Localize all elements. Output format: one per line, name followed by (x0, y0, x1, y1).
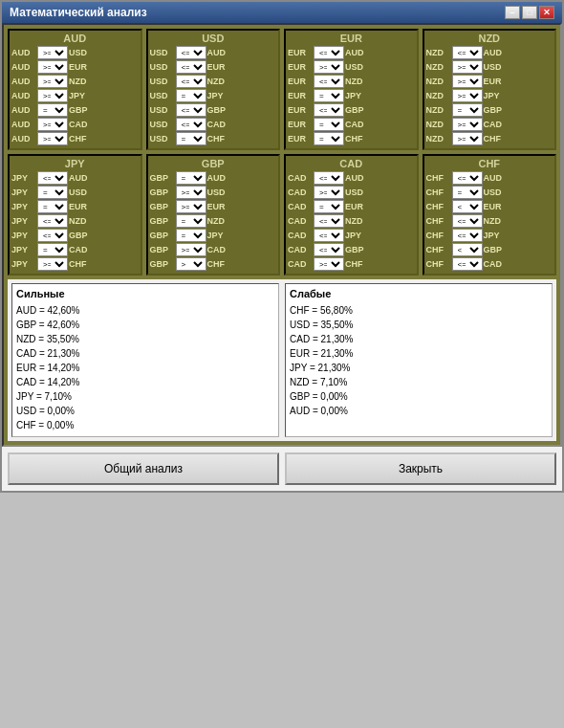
right-currency: USD (345, 188, 368, 197)
operator-select[interactable]: <=>==<> (452, 103, 483, 117)
right-currency: AUD (484, 48, 507, 57)
group-chf: CHFCHF<=>==<>AUDCHF<=>==<>USDCHF<=>==<>E… (423, 154, 557, 276)
operator-select[interactable]: <=>==<> (452, 75, 483, 88)
left-currency: USD (150, 62, 175, 72)
operator-select[interactable]: <=>==<> (176, 89, 206, 102)
operator-select[interactable]: <=>==<> (37, 200, 68, 213)
pair-row: CAD<=>==<>USD (288, 186, 415, 199)
pair-row: JPY<=>==<>CAD (11, 243, 139, 256)
title-bar: Математический анализ – □ ✕ (2, 2, 562, 23)
operator-select[interactable]: <=>==<> (37, 46, 68, 59)
operator-select[interactable]: <=>==<> (452, 60, 483, 74)
operator-select[interactable]: <=>==<> (452, 89, 483, 102)
operator-select[interactable]: <=>==<> (452, 132, 483, 145)
operator-select[interactable]: <=>==<> (452, 171, 483, 185)
operator-select[interactable]: <=>==<> (452, 229, 483, 242)
operator-select[interactable]: <=>==<> (37, 118, 68, 131)
strong-item: CAD = 21,30% (16, 346, 274, 361)
operator-select[interactable]: <=>==<> (314, 186, 344, 199)
right-currency: CAD (69, 245, 92, 254)
operator-select[interactable]: <=>==<> (452, 186, 483, 199)
right-currency: NZD (69, 216, 92, 226)
operator-select[interactable]: <=>==<> (452, 46, 483, 59)
operator-select[interactable]: <=>==<> (314, 214, 344, 228)
operator-select[interactable]: <=>==<> (314, 103, 344, 117)
main-window: Математический анализ – □ ✕ AUDAUD<=>==<… (0, 0, 564, 493)
right-currency: GBP (484, 105, 507, 115)
operator-select[interactable]: <=>==<> (314, 60, 344, 74)
operator-select[interactable]: <=>==<> (37, 75, 68, 88)
operator-select[interactable]: <=>==<> (176, 132, 206, 145)
general-analysis-button[interactable]: Общий анализ (8, 452, 279, 485)
close-window-button[interactable]: ✕ (539, 6, 554, 19)
operator-select[interactable]: <=>==<> (176, 103, 206, 117)
right-currency: NZD (484, 216, 507, 226)
weak-item: EUR = 21,30% (290, 346, 548, 361)
operator-select[interactable]: <=>==<> (314, 75, 344, 88)
right-currency: CAD (207, 120, 230, 129)
operator-select[interactable]: <=>==<> (314, 89, 344, 102)
close-button[interactable]: Закрыть (285, 452, 556, 485)
operator-select[interactable]: <=>==<> (176, 186, 206, 199)
pair-row: NZD<=>==<>EUR (426, 75, 553, 88)
operator-select[interactable]: <=>==<> (452, 200, 483, 213)
operator-select[interactable]: <=>==<> (314, 46, 344, 59)
left-currency: AUD (11, 62, 36, 72)
operator-select[interactable]: <=>==<> (176, 60, 206, 74)
left-currency: GBP (150, 259, 175, 269)
pair-row: EUR<=>==<>NZD (288, 75, 415, 88)
operator-select[interactable]: <=>==<> (176, 214, 206, 228)
operator-select[interactable]: <=>==<> (452, 118, 483, 131)
operator-select[interactable]: <=>==<> (37, 214, 68, 228)
right-currency: AUD (484, 173, 507, 183)
pair-row: JPY<=>==<>EUR (11, 200, 139, 213)
operator-select[interactable]: <=>==<> (452, 214, 483, 228)
operator-select[interactable]: <=>==<> (37, 60, 68, 74)
left-currency: EUR (288, 48, 313, 57)
operator-select[interactable]: <=>==<> (314, 132, 344, 145)
operator-select[interactable]: <=>==<> (314, 200, 344, 213)
maximize-button[interactable]: □ (522, 6, 537, 19)
operator-select[interactable]: <=>==<> (37, 186, 68, 199)
operator-select[interactable]: <=>==<> (314, 118, 344, 131)
operator-select[interactable]: <=>==<> (176, 257, 206, 271)
footer-buttons: Общий анализ Закрыть (2, 452, 562, 491)
operator-select[interactable]: <=>==<> (452, 257, 483, 271)
right-currency: EUR (69, 202, 92, 211)
operator-select[interactable]: <=>==<> (37, 229, 68, 242)
left-currency: EUR (288, 77, 313, 86)
pair-row: EUR<=>==<>CHF (288, 132, 415, 145)
weak-item: NZD = 7,10% (290, 375, 548, 389)
pair-row: CHF<=>==<>NZD (426, 214, 553, 228)
right-currency: JPY (207, 91, 230, 100)
operator-select[interactable]: <=>==<> (176, 243, 206, 256)
minimize-button[interactable]: – (505, 6, 520, 19)
pair-row: GBP<=>==<>AUD (150, 171, 277, 185)
weak-item: USD = 35,50% (290, 318, 548, 332)
operator-select[interactable]: <=>==<> (314, 229, 344, 242)
right-currency: JPY (207, 231, 230, 240)
operator-select[interactable]: <=>==<> (37, 171, 68, 185)
operator-select[interactable]: <=>==<> (37, 243, 68, 256)
operator-select[interactable]: <=>==<> (37, 89, 68, 102)
operator-select[interactable]: <=>==<> (314, 257, 344, 271)
left-currency: AUD (11, 91, 36, 100)
operator-select[interactable]: <=>==<> (176, 171, 206, 185)
operator-select[interactable]: <=>==<> (37, 257, 68, 271)
operator-select[interactable]: <=>==<> (452, 243, 483, 256)
operator-select[interactable]: <=>==<> (37, 132, 68, 145)
pair-row: USD<=>==<>CHF (150, 132, 277, 145)
operator-select[interactable]: <=>==<> (176, 46, 206, 59)
operator-select[interactable]: <=>==<> (176, 75, 206, 88)
left-currency: JPY (11, 231, 36, 240)
operator-select[interactable]: <=>==<> (176, 118, 206, 131)
operator-select[interactable]: <=>==<> (37, 103, 68, 117)
operator-select[interactable]: <=>==<> (176, 200, 206, 213)
stats-row: Сильные AUD = 42,60%GBP = 42,60%NZD = 35… (11, 283, 553, 437)
left-currency: USD (150, 134, 175, 143)
operator-select[interactable]: <=>==<> (314, 171, 344, 185)
operator-select[interactable]: <=>==<> (176, 229, 206, 242)
left-currency: CHF (426, 216, 451, 226)
right-currency: EUR (69, 62, 92, 72)
operator-select[interactable]: <=>==<> (314, 243, 344, 256)
